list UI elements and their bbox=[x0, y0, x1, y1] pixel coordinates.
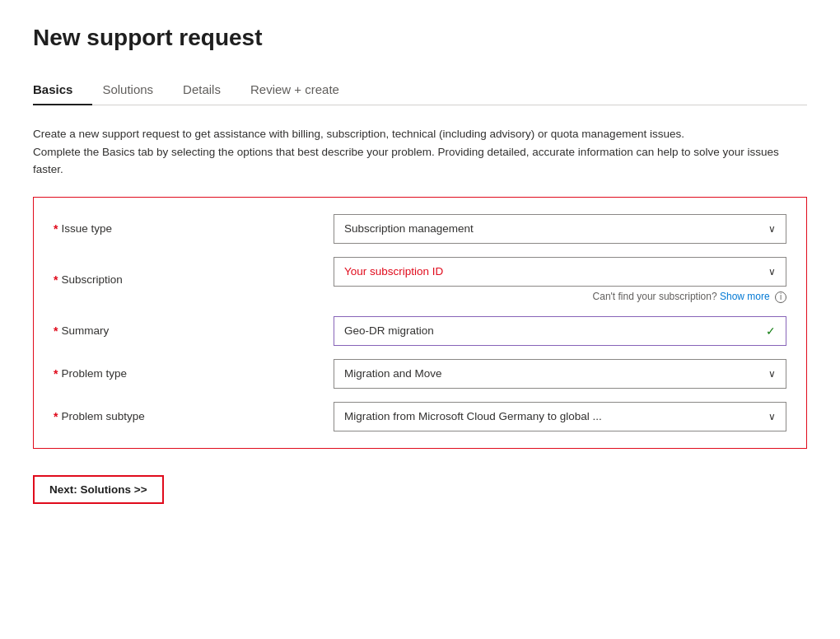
tab-review-create[interactable]: Review + create bbox=[250, 74, 359, 105]
description-line2: Complete the Basics tab by selecting the… bbox=[33, 146, 779, 176]
issue-type-value: Subscription management bbox=[344, 222, 474, 235]
subscription-field: Your subscription ID ∨ Can't find your s… bbox=[334, 257, 786, 303]
description: Create a new support request to get assi… bbox=[33, 125, 807, 179]
problem-type-field: Migration and Move ∨ bbox=[334, 359, 786, 389]
summary-input[interactable]: Geo-DR migration ✓ bbox=[334, 316, 786, 346]
issue-type-chevron-icon: ∨ bbox=[768, 223, 776, 235]
problem-subtype-field: Migration from Microsoft Cloud Germany t… bbox=[334, 402, 786, 431]
subscription-row: * Subscription Your subscription ID ∨ Ca… bbox=[54, 257, 786, 303]
problem-subtype-row: * Problem subtype Migration from Microso… bbox=[54, 402, 786, 431]
footer-actions: Next: Solutions >> bbox=[33, 475, 807, 504]
subscription-hint: Can't find your subscription? Show more … bbox=[334, 291, 786, 303]
problem-subtype-dropdown[interactable]: Migration from Microsoft Cloud Germany t… bbox=[334, 402, 786, 431]
summary-label: * Summary bbox=[54, 324, 334, 338]
problem-subtype-label: * Problem subtype bbox=[54, 410, 334, 423]
issue-type-dropdown[interactable]: Subscription management ∨ bbox=[334, 214, 786, 244]
subscription-dropdown[interactable]: Your subscription ID ∨ bbox=[334, 257, 786, 287]
check-icon: ✓ bbox=[766, 324, 776, 338]
tab-solutions[interactable]: Solutions bbox=[102, 74, 173, 105]
subscription-label: * Subscription bbox=[54, 273, 334, 287]
summary-value: Geo-DR migration bbox=[344, 324, 434, 337]
required-star-3: * bbox=[54, 324, 58, 338]
tab-basics[interactable]: Basics bbox=[33, 74, 92, 105]
page-title: New support request bbox=[33, 25, 807, 51]
description-line1: Create a new support request to get assi… bbox=[33, 128, 684, 140]
tab-bar: Basics Solutions Details Review + create bbox=[33, 74, 807, 105]
problem-type-value: Migration and Move bbox=[344, 367, 442, 380]
issue-type-field: Subscription management ∨ bbox=[334, 214, 786, 244]
issue-type-row: * Issue type Subscription management ∨ bbox=[54, 214, 786, 244]
required-star-5: * bbox=[54, 410, 58, 423]
problem-subtype-chevron-icon: ∨ bbox=[768, 411, 776, 422]
subscription-value: Your subscription ID bbox=[344, 265, 443, 278]
show-more-link[interactable]: Show more bbox=[720, 291, 770, 302]
required-star-2: * bbox=[54, 273, 58, 287]
problem-type-label: * Problem type bbox=[54, 367, 334, 380]
info-icon[interactable]: i bbox=[775, 292, 786, 303]
subscription-hint-text: Can't find your subscription? bbox=[593, 291, 717, 302]
problem-type-row: * Problem type Migration and Move ∨ bbox=[54, 359, 786, 389]
next-solutions-button[interactable]: Next: Solutions >> bbox=[33, 475, 164, 504]
problem-type-chevron-icon: ∨ bbox=[768, 368, 776, 380]
summary-row: * Summary Geo-DR migration ✓ bbox=[54, 316, 786, 346]
summary-field: Geo-DR migration ✓ bbox=[334, 316, 786, 346]
basics-form: * Issue type Subscription management ∨ *… bbox=[33, 197, 807, 449]
problem-type-dropdown[interactable]: Migration and Move ∨ bbox=[334, 359, 786, 389]
problem-subtype-value: Migration from Microsoft Cloud Germany t… bbox=[344, 410, 602, 422]
required-star-4: * bbox=[54, 367, 58, 380]
issue-type-label: * Issue type bbox=[54, 222, 334, 236]
required-star: * bbox=[54, 222, 58, 236]
subscription-chevron-icon: ∨ bbox=[768, 266, 776, 278]
tab-details[interactable]: Details bbox=[183, 74, 240, 105]
